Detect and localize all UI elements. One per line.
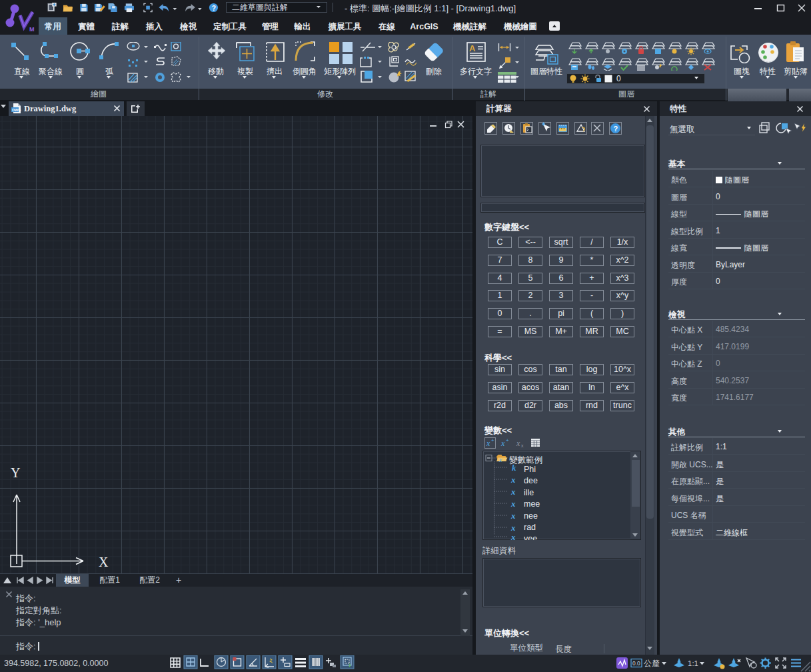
svg-text:X: X: [99, 555, 109, 569]
svg-text:1:1: 1:1: [688, 659, 698, 667]
svg-text:A: A: [469, 43, 476, 53]
svg-text:?: ?: [212, 5, 216, 12]
svg-text:0.0: 0.0: [632, 660, 640, 667]
svg-text:x: x: [510, 532, 516, 540]
svg-text:公釐: 公釐: [644, 659, 660, 668]
svg-text:x: x: [486, 439, 490, 448]
svg-text:x: x: [500, 439, 505, 448]
svg-text:+: +: [491, 437, 494, 443]
svg-text:Y: Y: [11, 465, 20, 480]
svg-text:x: x: [510, 511, 516, 521]
svg-text:x: x: [498, 456, 502, 463]
svg-text:x: x: [510, 475, 516, 485]
svg-text:+: +: [506, 437, 509, 443]
svg-text:x: x: [510, 523, 516, 533]
svg-text:x: x: [521, 443, 524, 448]
svg-text:?: ?: [614, 125, 618, 133]
svg-text:x: x: [516, 439, 520, 448]
svg-text:x: x: [510, 499, 516, 509]
svg-text:M: M: [29, 26, 35, 33]
svg-text:x: x: [510, 487, 516, 497]
svg-text:DWG: DWG: [12, 108, 21, 112]
